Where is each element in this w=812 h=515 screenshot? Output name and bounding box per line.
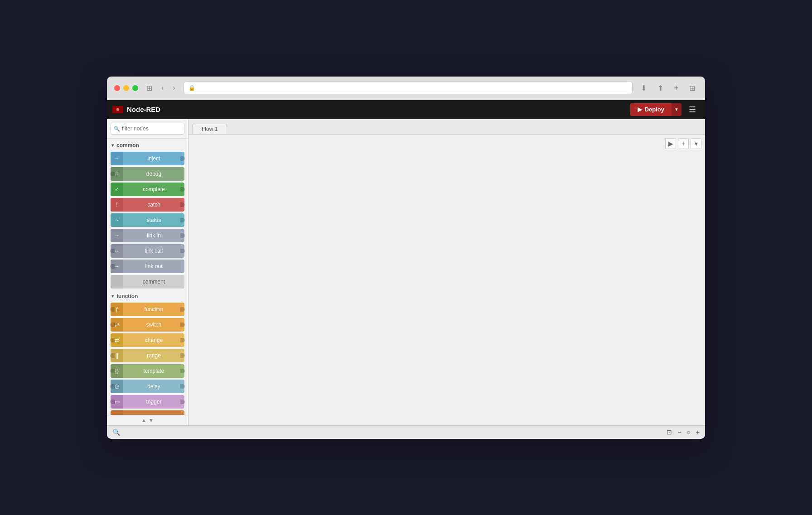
browser-actions: ⬇ ⬆ + ⊞	[638, 83, 698, 93]
menu-button[interactable]: ☰	[685, 103, 700, 116]
app-title: Node-RED	[127, 106, 160, 113]
logo-icon-inner: ≡	[112, 106, 123, 113]
node-template[interactable]: {} template	[111, 364, 184, 378]
node-debug[interactable]: ≡ debug	[111, 167, 184, 181]
close-button[interactable]	[114, 85, 120, 91]
canvas-add-button[interactable]: +	[678, 138, 689, 149]
scroll-down-button[interactable]: ▼	[149, 417, 154, 424]
deploy-button-group: ▶ Deploy ▾	[630, 103, 682, 116]
node-port-left-function	[110, 307, 115, 312]
node-label-linkcall: link call	[123, 248, 184, 254]
nodered-logo: ≡ Node-RED	[112, 106, 160, 113]
node-icon-catch: !	[111, 198, 123, 212]
node-port-right-linkcall	[180, 249, 185, 253]
node-icon-status: ~	[111, 213, 123, 227]
node-range[interactable]: || range	[111, 349, 184, 362]
traffic-lights	[114, 85, 138, 91]
address-bar[interactable]: 🔒	[184, 82, 633, 94]
node-port-left-trigger	[110, 399, 115, 404]
node-trigger[interactable]: ▭ trigger	[111, 395, 184, 409]
node-port-left-linkout	[110, 264, 115, 269]
node-port-left-linkcall	[110, 249, 115, 253]
node-port-right-linkin	[180, 233, 185, 238]
browser-controls: ⊞ ‹ ›	[144, 83, 178, 93]
node-switch[interactable]: ⇄ switch	[111, 318, 184, 332]
node-port-right-change	[180, 338, 185, 342]
node-comment[interactable]: comment	[111, 275, 184, 289]
deploy-button[interactable]: ▶ Deploy	[630, 103, 672, 116]
canvas-main[interactable]: ▶ + ▾	[188, 135, 705, 425]
node-delay[interactable]: ◷ delay	[111, 380, 184, 393]
chevron-down-icon: ▾	[111, 294, 114, 298]
search-bottom: 🔍	[111, 428, 122, 437]
node-port-right-inject	[180, 156, 185, 161]
node-label-trigger: trigger	[123, 399, 184, 405]
node-label-delay: delay	[123, 383, 184, 390]
node-port-left-debug	[110, 172, 115, 176]
chevron-down-icon: ▾	[111, 143, 114, 148]
node-label-comment: comment	[123, 279, 184, 285]
download-button[interactable]: ⬇	[638, 83, 649, 93]
node-label-complete: complete	[123, 186, 184, 193]
node-label-function: function	[123, 306, 184, 313]
node-status[interactable]: ~ status	[111, 213, 184, 227]
canvas-expand-button[interactable]: ▶	[665, 138, 676, 149]
browser-window: ⊞ ‹ › 🔒 ⬇ ⬆ + ⊞ ≡ Node-R	[107, 77, 705, 439]
node-linkcall[interactable]: ↔ link call	[111, 244, 184, 258]
category-header-common[interactable]: ▾common	[107, 139, 188, 151]
bottom-search-button[interactable]: 🔍	[111, 428, 122, 437]
zoom-reset-button[interactable]: ○	[685, 428, 692, 437]
zoom-fit-button[interactable]: ⊡	[665, 428, 674, 437]
bottom-left: 🔍	[111, 428, 122, 437]
forward-button[interactable]: ›	[170, 83, 178, 93]
node-label-template: template	[123, 368, 184, 374]
share-button[interactable]: ⬆	[655, 83, 666, 93]
node-catch[interactable]: ! catch	[111, 198, 184, 212]
node-port-right-complete	[180, 187, 185, 192]
node-port-right-trigger	[180, 399, 185, 404]
deploy-dropdown-button[interactable]: ▾	[672, 103, 682, 116]
sidebar-scroll[interactable]: ▾common → inject ≡ debug ✓ complete !	[107, 139, 188, 415]
node-label-range: range	[123, 352, 184, 359]
canvas-tab-flow1[interactable]: Flow 1	[192, 124, 227, 134]
node-port-left-range	[110, 353, 115, 358]
node-complete[interactable]: ✓ complete	[111, 183, 184, 196]
lock-icon: 🔒	[188, 85, 195, 91]
logo-icon: ≡	[112, 106, 123, 113]
node-label-linkin: link in	[123, 232, 184, 239]
canvas-menu-button[interactable]: ▾	[691, 138, 701, 149]
topbar-left: ≡ Node-RED	[112, 106, 160, 113]
node-port-right-switch	[180, 322, 185, 327]
search-wrapper: 🔍	[111, 123, 184, 135]
new-tab-button[interactable]: +	[672, 83, 681, 93]
node-port-left-template	[110, 369, 115, 373]
scroll-up-button[interactable]: ▲	[141, 417, 147, 424]
maximize-button[interactable]	[132, 85, 138, 91]
category-function: ▾function ƒ function ⇄ switch ⇄ change	[107, 289, 188, 415]
category-nodes-function: ƒ function ⇄ switch ⇄ change || range	[107, 302, 188, 415]
zoom-out-button[interactable]: −	[676, 428, 683, 437]
node-port-right-delay	[180, 384, 185, 389]
category-common: ▾common → inject ≡ debug ✓ complete !	[107, 139, 188, 289]
search-icon: 🔍	[114, 125, 120, 131]
sidebar-toggle-button[interactable]: ⊞	[144, 83, 155, 93]
minimize-button[interactable]	[123, 85, 129, 91]
node-exec[interactable]: ⚙ exec	[111, 410, 184, 415]
node-label-status: status	[123, 217, 184, 223]
node-change[interactable]: ⇄ change	[111, 333, 184, 347]
node-inject[interactable]: → inject	[111, 152, 184, 165]
deploy-label: Deploy	[645, 106, 664, 113]
search-input[interactable]	[111, 123, 184, 135]
extensions-button[interactable]: ⊞	[686, 83, 698, 93]
node-port-left-delay	[110, 384, 115, 389]
node-function[interactable]: ƒ function	[111, 303, 184, 316]
node-linkin[interactable]: → link in	[111, 229, 184, 242]
node-icon-complete: ✓	[111, 183, 123, 196]
zoom-in-button[interactable]: +	[694, 428, 701, 437]
node-linkout[interactable]: → link out	[111, 260, 184, 273]
back-button[interactable]: ‹	[159, 83, 166, 93]
category-header-function[interactable]: ▾function	[107, 289, 188, 302]
node-label-catch: catch	[123, 202, 184, 208]
node-label-inject: inject	[123, 155, 184, 162]
canvas-controls: ▶ + ▾	[665, 138, 701, 149]
